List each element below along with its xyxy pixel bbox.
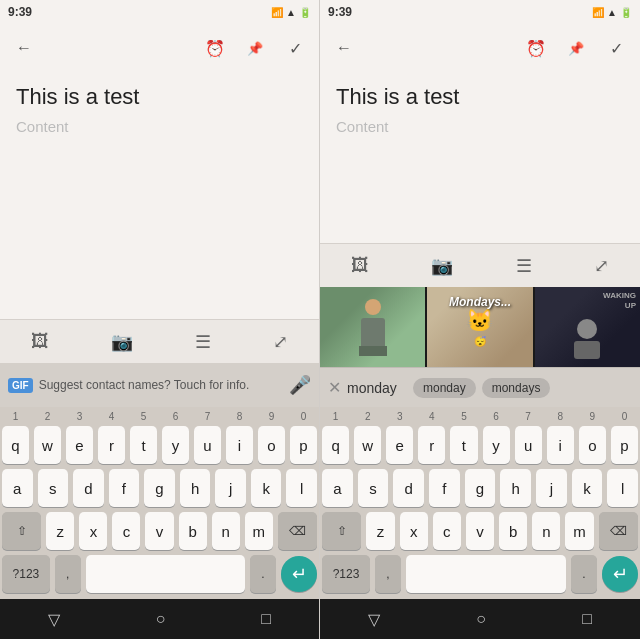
right-comma-key[interactable]: ,: [375, 555, 401, 593]
left-key-t[interactable]: t: [130, 426, 157, 464]
left-key-i[interactable]: i: [226, 426, 253, 464]
left-key-x[interactable]: x: [79, 512, 107, 550]
right-key-f[interactable]: f: [429, 469, 460, 507]
right-recent-nav[interactable]: □: [582, 610, 592, 628]
left-key-q[interactable]: q: [2, 426, 29, 464]
right-list-icon[interactable]: ☰: [516, 255, 532, 277]
chip-monday[interactable]: monday: [413, 378, 476, 398]
search-clear-button[interactable]: ✕: [328, 378, 341, 397]
right-key-g[interactable]: g: [465, 469, 496, 507]
left-period-key[interactable]: .: [250, 555, 276, 593]
left-list-icon[interactable]: ☰: [195, 331, 211, 353]
left-back-button[interactable]: ←: [12, 36, 36, 60]
left-gif-badge[interactable]: GIF: [8, 378, 33, 393]
right-key-h[interactable]: h: [500, 469, 531, 507]
left-check-button[interactable]: ✓: [283, 36, 307, 60]
left-key-b[interactable]: b: [179, 512, 207, 550]
right-key-t[interactable]: t: [450, 426, 477, 464]
right-period-key[interactable]: .: [571, 555, 597, 593]
left-shift-key[interactable]: ⇧: [2, 512, 41, 550]
left-key-r[interactable]: r: [98, 426, 125, 464]
gif-thumb-2[interactable]: 🐱 😴 Mondays...: [427, 287, 534, 367]
right-shift-key[interactable]: ⇧: [322, 512, 361, 550]
left-key-h[interactable]: h: [180, 469, 211, 507]
right-key-p[interactable]: p: [611, 426, 638, 464]
right-key-b[interactable]: b: [499, 512, 527, 550]
right-key-o[interactable]: o: [579, 426, 606, 464]
left-key-f[interactable]: f: [109, 469, 140, 507]
right-key-v[interactable]: v: [466, 512, 494, 550]
left-key-v[interactable]: v: [145, 512, 173, 550]
left-enter-key[interactable]: ↵: [281, 556, 317, 592]
left-key-c[interactable]: c: [112, 512, 140, 550]
right-note-title[interactable]: This is a test: [336, 84, 624, 110]
left-num-switch[interactable]: ?123: [2, 555, 50, 593]
left-key-o[interactable]: o: [258, 426, 285, 464]
left-note-content[interactable]: Content: [16, 118, 303, 135]
left-key-k[interactable]: k: [251, 469, 282, 507]
right-key-z[interactable]: z: [366, 512, 394, 550]
left-key-d[interactable]: d: [73, 469, 104, 507]
right-back-nav[interactable]: ▽: [368, 610, 380, 629]
left-key-w[interactable]: w: [34, 426, 61, 464]
right-key-y[interactable]: y: [483, 426, 510, 464]
gif-thumb-1[interactable]: [320, 287, 427, 367]
right-key-i[interactable]: i: [547, 426, 574, 464]
left-spacebar[interactable]: [86, 555, 245, 593]
right-check-button[interactable]: ✓: [604, 36, 628, 60]
right-key-u[interactable]: u: [515, 426, 542, 464]
right-delete-key[interactable]: ⌫: [599, 512, 638, 550]
right-home-nav[interactable]: ○: [476, 610, 486, 628]
left-key-l[interactable]: l: [286, 469, 317, 507]
left-pin-button[interactable]: 📌: [243, 36, 267, 60]
right-key-d[interactable]: d: [393, 469, 424, 507]
right-key-r[interactable]: r: [418, 426, 445, 464]
left-camera-icon[interactable]: 📷: [111, 331, 133, 353]
right-key-m[interactable]: m: [565, 512, 593, 550]
left-key-j[interactable]: j: [215, 469, 246, 507]
left-back-nav[interactable]: ▽: [48, 610, 60, 629]
left-expand-icon[interactable]: ⤢: [273, 331, 288, 353]
right-enter-key[interactable]: ↵: [602, 556, 638, 592]
left-key-z[interactable]: z: [46, 512, 74, 550]
right-pin-button[interactable]: 📌: [564, 36, 588, 60]
gif-thumb-3[interactable]: WAKINGUP: [535, 287, 640, 367]
chip-mondays[interactable]: mondays: [482, 378, 551, 398]
right-image-icon[interactable]: 🖼: [351, 255, 369, 276]
right-key-j[interactable]: j: [536, 469, 567, 507]
left-key-g[interactable]: g: [144, 469, 175, 507]
left-key-n[interactable]: n: [212, 512, 240, 550]
right-camera-icon[interactable]: 📷: [431, 255, 453, 277]
left-key-e[interactable]: e: [66, 426, 93, 464]
right-alarm-button[interactable]: ⏰: [524, 36, 548, 60]
left-delete-key[interactable]: ⌫: [278, 512, 317, 550]
left-alarm-button[interactable]: ⏰: [203, 36, 227, 60]
left-recent-nav[interactable]: □: [261, 610, 271, 628]
right-expand-icon[interactable]: ⤢: [594, 255, 609, 277]
right-key-q[interactable]: q: [322, 426, 349, 464]
search-query[interactable]: monday: [347, 380, 407, 396]
right-key-l[interactable]: l: [607, 469, 638, 507]
right-key-a[interactable]: a: [322, 469, 353, 507]
left-mic-icon[interactable]: 🎤: [289, 374, 311, 396]
right-key-x[interactable]: x: [400, 512, 428, 550]
right-key-k[interactable]: k: [572, 469, 603, 507]
right-key-e[interactable]: e: [386, 426, 413, 464]
left-key-u[interactable]: u: [194, 426, 221, 464]
right-spacebar[interactable]: [406, 555, 566, 593]
left-key-y[interactable]: y: [162, 426, 189, 464]
left-image-icon[interactable]: 🖼: [31, 331, 49, 352]
left-home-nav[interactable]: ○: [156, 610, 166, 628]
left-note-title[interactable]: This is a test: [16, 84, 303, 110]
right-note-content[interactable]: Content: [336, 118, 624, 135]
left-key-a[interactable]: a: [2, 469, 33, 507]
right-key-n[interactable]: n: [532, 512, 560, 550]
right-num-switch[interactable]: ?123: [322, 555, 370, 593]
right-key-w[interactable]: w: [354, 426, 381, 464]
left-key-m[interactable]: m: [245, 512, 273, 550]
left-key-p[interactable]: p: [290, 426, 317, 464]
right-key-s[interactable]: s: [358, 469, 389, 507]
right-key-c[interactable]: c: [433, 512, 461, 550]
left-key-s[interactable]: s: [38, 469, 69, 507]
left-comma-key[interactable]: ,: [55, 555, 81, 593]
